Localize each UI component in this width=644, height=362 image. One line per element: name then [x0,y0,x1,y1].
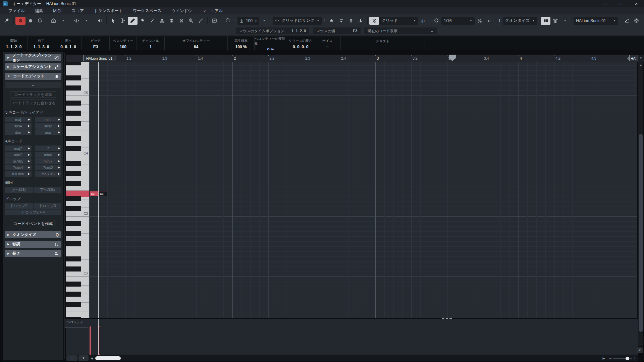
grid-link-label[interactable]: グリッドにリンク [281,18,314,23]
piano-black-key[interactable] [66,231,81,236]
play-arrow-icon[interactable]: ▶ [28,171,30,177]
independent-loop-button[interactable] [223,17,232,25]
info-value[interactable]: 0. 0. 0. 0 [293,45,309,49]
zoom-tool-magnifier-icon[interactable] [186,17,196,25]
scroll-up-icon[interactable]: ▲ [638,62,643,68]
maximize-button[interactable]: □ [613,0,629,7]
piano-black-key[interactable] [66,101,81,106]
split-tool-scissors-icon[interactable] [157,17,167,25]
horizontal-scrollbar[interactable] [66,355,638,361]
piano-black-key[interactable] [66,161,81,166]
play-arrow-icon[interactable]: ▶ [28,158,30,164]
erase-tool[interactable] [138,17,147,25]
track-selector-dropdown[interactable]: HALion Sonic 01 ▼ [574,17,618,25]
iterative-quantize-icon[interactable] [475,17,484,25]
menu-item-4[interactable]: トランスポート [89,8,128,14]
menu-item-3[interactable]: スコア [66,8,89,14]
chord-button-full-dim[interactable]: full dim▶ [5,171,32,177]
info-value[interactable]: 100 [120,45,126,49]
nudge-up-button[interactable] [327,17,336,25]
quantize-panel-button[interactable]: e [484,17,494,25]
piano-black-key[interactable] [66,146,81,151]
info-column-4[interactable]: ベロシティー100 [110,37,137,51]
info-value[interactable]: 100 % [235,45,247,49]
play-arrow-icon[interactable]: ▶ [28,123,30,129]
piano-black-key[interactable] [66,221,81,226]
nudge-down-button[interactable] [336,17,346,25]
close-button[interactable]: ✕ [629,0,644,7]
play-arrow-icon[interactable]: ▶ [58,158,60,164]
kebab-menu-icon[interactable]: ⋮ [233,18,237,23]
chord-button-min7[interactable]: min7▶ [5,152,32,158]
velocity-stepper[interactable]: ▲▼ [255,19,257,22]
chord-button-min-[interactable]: min.▶ [35,117,62,122]
chord-button-aug[interactable]: aug▶ [35,129,62,135]
chord-button-maj[interactable]: maj▶ [5,117,32,122]
piano-black-key[interactable] [66,241,81,246]
edit-in-place-frame-icon[interactable] [209,17,219,25]
info-value[interactable]: − [326,45,328,49]
snap-type-label[interactable]: グリッド [381,18,411,23]
part-selector-dropdown[interactable]: ▼ [638,55,644,62]
range-selection-tool[interactable] [118,17,128,25]
lane-menu-button[interactable]: ▼ [78,355,89,361]
snap-on-off-button[interactable] [369,17,379,25]
menu-item-5[interactable]: ワークスペース [128,8,166,14]
menu-item-7[interactable]: マニュアル [197,8,228,14]
play-arrow-icon[interactable]: ▶ [28,117,30,122]
play-arrow-icon[interactable]: ▶ [58,129,60,135]
inversion-button[interactable]: 下へ移動 [34,187,62,193]
chord-button-7[interactable]: 7▶ [35,145,62,151]
menu-item-2[interactable]: MIDI [48,9,66,13]
chord-button-maj7-5[interactable]: maj7/#5▶ [35,171,62,177]
zoom-out-icon[interactable]: − [609,356,611,361]
chord-button-7sus4[interactable]: 7sus4▶ [5,165,32,170]
info-column-11[interactable]: テキスト [341,37,425,51]
trim-tool[interactable] [147,17,157,25]
info-value[interactable]: 64 [194,45,198,49]
grid-link-dropdown[interactable]: グリッドにリンク ▼ [273,17,322,25]
lane-divider[interactable] [66,318,638,319]
play-arrow-icon[interactable]: ▶ [28,145,30,151]
section-chord-edit[interactable]: ▼ コードエディット [5,73,61,80]
insert-velocity-field[interactable]: 100 ▲▼ [237,17,259,25]
part-name-box[interactable]: HALion Sonic 01 [83,55,115,61]
lane-divider-handle[interactable] [442,317,452,319]
note-expression-midi-input-button-disabled[interactable] [641,17,644,25]
part-edit-mode-dropdown[interactable]: ▼ [82,17,91,25]
add-chord-track-button[interactable]: コードトラックを追加 [10,91,56,98]
zoom-in-icon[interactable]: + [634,356,636,361]
show-note-expression-data-button[interactable] [541,17,550,25]
acoustic-feedback-icon[interactable] [95,17,105,25]
chord-button-min6[interactable]: min6▶ [35,152,62,158]
chord-button-minj7[interactable]: minj7▶ [35,158,62,164]
collapse-lane-chevron[interactable]: ▼ [637,347,643,353]
chord-display-box[interactable]: -- [5,82,61,88]
horizontal-scroll-thumb[interactable] [95,356,121,360]
vertical-scroll-thumb[interactable] [639,134,643,332]
drop-button[interactable]: ドロップ2 [5,203,33,209]
piano-black-key[interactable] [66,206,81,211]
play-arrow-icon[interactable]: ▶ [58,123,60,129]
play-arrow-icon[interactable]: ▶ [58,171,60,177]
solo-editor-button[interactable]: S [15,17,25,25]
play-arrow-icon[interactable]: ▶ [58,145,60,151]
info-column-2[interactable]: 長さ0. 0. 1. 0 [55,37,82,51]
scroll-left-icon[interactable]: ◀ [89,356,95,361]
play-arrow-icon[interactable]: ▶ [58,152,60,158]
step-input-button[interactable] [622,17,632,25]
menu-item-0[interactable]: ファイル [3,8,30,14]
audition-loop-button[interactable] [35,17,45,25]
record-in-editor-button[interactable] [25,17,35,25]
quantize-preset-dropdown[interactable]: 1/16 ▼ [441,17,475,25]
section-quantize[interactable]: ▶ クオンタイズ Q [5,231,61,238]
info-value[interactable]: 1. 1. 3. 0 [34,45,49,49]
piano-black-key[interactable] [66,196,81,201]
play-arrow-icon[interactable]: ▶ [28,129,30,135]
info-column-9[interactable]: リリースの長さ0. 0. 0. 0 [287,37,314,51]
info-column-1[interactable]: 終了1. 1. 3. 0 [28,37,55,51]
midi-note-E3-selected[interactable]: E3 [98,191,107,196]
zoom-track[interactable] [613,358,632,359]
piano-black-key[interactable] [66,111,81,116]
piano-black-key[interactable] [66,266,81,272]
